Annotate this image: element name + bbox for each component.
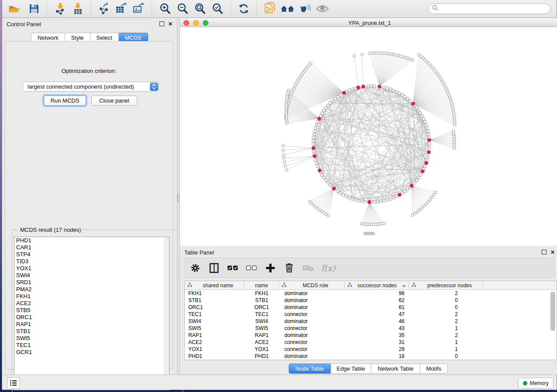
cell[interactable]: FKH1 xyxy=(244,290,279,296)
cell[interactable]: connector xyxy=(279,346,345,352)
cell[interactable]: 2 xyxy=(409,318,483,324)
wave-hand-icon[interactable] xyxy=(298,2,312,16)
tab-node-table[interactable]: Node Table xyxy=(289,364,331,374)
close-panel-button[interactable]: Close panel xyxy=(91,96,137,106)
close-panel-icon[interactable]: ✕ xyxy=(168,22,173,26)
cell[interactable]: RAP1 xyxy=(244,332,279,338)
import-table-icon[interactable] xyxy=(70,2,85,16)
cell[interactable]: 31 xyxy=(345,339,409,345)
table-row[interactable]: SWI4SWI4dominator462 xyxy=(185,318,557,325)
cell[interactable]: connector xyxy=(279,311,345,317)
tab-motifs[interactable]: Motifs xyxy=(420,364,448,374)
mcds-result-list[interactable]: PHD1CAR1STP4TID3YOX1SWI4SRD1PMA2FKH1ACE2… xyxy=(14,237,170,390)
cell[interactable]: dominator xyxy=(279,318,345,324)
mcds-result-item[interactable]: SRD1 xyxy=(14,279,169,286)
table-row[interactable]: FKH1FKH1dominator962 xyxy=(185,290,557,297)
cell[interactable]: SWI4 xyxy=(185,318,244,324)
cell[interactable]: 1 xyxy=(409,346,483,352)
cell[interactable]: 1 xyxy=(409,339,483,345)
mcds-result-item[interactable]: STB1 xyxy=(14,328,169,335)
zoom-fit-icon[interactable] xyxy=(193,2,208,16)
cell[interactable]: ACE2 xyxy=(244,339,279,345)
float-panel-icon[interactable] xyxy=(159,21,164,26)
column-header-name[interactable]: name xyxy=(244,281,279,289)
cell[interactable]: dominator xyxy=(279,297,345,303)
mcds-result-item[interactable]: ORC1 xyxy=(14,314,169,321)
mcds-result-item[interactable]: SWI4 xyxy=(14,272,169,279)
zoom-selected-icon[interactable] xyxy=(210,2,225,16)
clone-network-icon[interactable] xyxy=(263,2,277,16)
table-vscrollbar[interactable] xyxy=(550,291,556,359)
cell[interactable]: dominator xyxy=(279,304,345,310)
cell[interactable]: dominator xyxy=(279,332,345,338)
zoom-in-icon[interactable] xyxy=(158,2,173,16)
cell[interactable]: 47 xyxy=(345,311,409,317)
search-box[interactable] xyxy=(428,3,550,14)
add-column-icon[interactable] xyxy=(265,262,276,274)
open-file-icon[interactable] xyxy=(7,2,22,16)
show-hide-icon[interactable] xyxy=(315,2,330,16)
column-header-predecessor-nodes[interactable]: predecessor nodes xyxy=(409,281,483,289)
cell[interactable]: PHD1 xyxy=(244,353,279,359)
tab-edge-table[interactable]: Edge Table xyxy=(331,364,372,374)
save-session-icon[interactable] xyxy=(27,2,42,16)
table-row[interactable]: TEC1TEC1connector472 xyxy=(185,311,557,318)
cell[interactable]: dominator xyxy=(279,290,345,296)
mcds-result-item[interactable]: TID3 xyxy=(14,258,169,265)
cell[interactable]: STB1 xyxy=(244,297,279,303)
cell[interactable]: connector xyxy=(279,325,345,331)
cell[interactable]: 35 xyxy=(345,332,409,338)
cell[interactable]: 46 xyxy=(345,318,409,324)
tab-network-table[interactable]: Network Table xyxy=(371,364,420,374)
cell[interactable]: ACE2 xyxy=(185,339,244,345)
mcds-result-item[interactable]: TEC1 xyxy=(14,342,169,349)
cell[interactable]: PHD1 xyxy=(185,353,244,359)
table-row[interactable]: YOX1YOX1connector291 xyxy=(185,346,557,353)
memory-button[interactable]: Memory xyxy=(518,378,554,389)
settings-gear-icon[interactable] xyxy=(190,262,201,274)
mcds-result-item[interactable]: YOX1 xyxy=(14,265,169,272)
list-scrollbar[interactable] xyxy=(164,237,169,390)
cell[interactable]: 62 xyxy=(345,297,409,303)
search-input[interactable] xyxy=(440,4,550,13)
function-builder-icon[interactable]: f(x) xyxy=(321,263,336,273)
run-mcds-button[interactable]: Run MCDS xyxy=(44,96,86,106)
scrollbar-thumb[interactable] xyxy=(550,292,555,331)
mcds-result-item[interactable]: CAR1 xyxy=(14,244,169,251)
export-image-icon[interactable] xyxy=(131,2,146,16)
cell[interactable]: SWI4 xyxy=(244,318,279,324)
cell[interactable]: 2 xyxy=(409,311,483,317)
cell[interactable]: TEC1 xyxy=(185,311,244,317)
cell[interactable]: connector xyxy=(279,339,345,345)
cell[interactable]: 18 xyxy=(345,353,409,359)
cell[interactable]: STB1 xyxy=(185,297,244,303)
network-hscrollbar[interactable] xyxy=(363,232,375,235)
cell[interactable]: 43 xyxy=(345,325,409,331)
mcds-result-item[interactable]: FKH1 xyxy=(14,293,169,300)
deselect-all-icon[interactable] xyxy=(246,262,257,274)
table-row[interactable]: ORC1ORC1dominator610 xyxy=(185,304,557,311)
cell[interactable]: dominator xyxy=(279,353,345,359)
table-row[interactable]: STB1STB1dominator620 xyxy=(185,297,557,304)
mcds-result-item[interactable]: GCR1 xyxy=(14,349,169,356)
cell[interactable]: ORC1 xyxy=(185,304,244,310)
cell[interactable]: 2 xyxy=(409,332,483,338)
column-header-MCDS-role[interactable]: MCDS role xyxy=(279,281,345,289)
cell[interactable]: 61 xyxy=(345,304,409,310)
column-header-shared-name[interactable]: shared name xyxy=(185,281,244,289)
mcds-result-item[interactable]: PMA2 xyxy=(14,286,169,293)
mcds-result-item[interactable]: STB5 xyxy=(14,307,169,314)
mcds-result-item[interactable]: SWI5 xyxy=(14,335,169,342)
table-row[interactable]: RAP1RAP1dominator352 xyxy=(185,332,557,339)
cell[interactable]: SWI5 xyxy=(185,325,244,331)
cell[interactable]: YOX1 xyxy=(244,346,279,352)
delete-column-icon[interactable] xyxy=(284,262,295,274)
mcds-result-item[interactable]: RAP1 xyxy=(14,321,169,328)
cell[interactable]: 2 xyxy=(409,290,483,296)
cell[interactable]: TEC1 xyxy=(244,311,279,317)
mcds-result-item[interactable]: ACE2 xyxy=(14,300,169,307)
select-all-icon[interactable] xyxy=(227,262,239,274)
cell[interactable]: 96 xyxy=(345,290,409,296)
node-table[interactable]: shared namenameMCDS rolesuccessor nodesp… xyxy=(184,281,557,360)
mcds-result-item[interactable]: STP4 xyxy=(14,251,169,258)
